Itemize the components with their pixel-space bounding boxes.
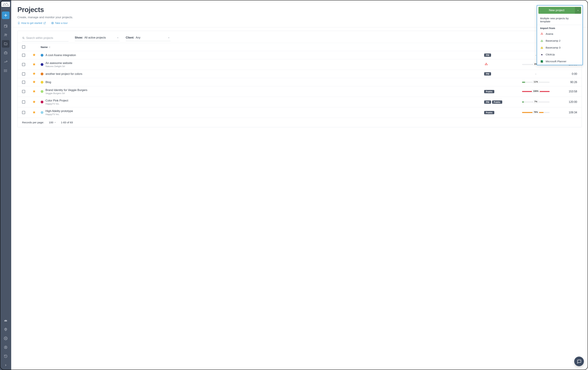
filter-client-value: Any — [136, 36, 141, 39]
row-checkbox[interactable] — [22, 100, 25, 104]
project-row[interactable]: Brand Identity for Veggie BurgersVeggie … — [18, 86, 582, 97]
import-source-asana[interactable]: Asana — [537, 30, 582, 37]
search-field[interactable] — [22, 36, 69, 41]
svg-point-38 — [485, 64, 486, 65]
project-color-dot — [41, 101, 43, 103]
svg-point-29 — [541, 34, 542, 35]
new-project-dropdown: New project Multiple new projects by tem… — [537, 5, 583, 65]
filter-show[interactable]: Show: All active projects — [75, 36, 119, 41]
sidebar-briefcase[interactable] — [2, 49, 10, 57]
svg-point-19 — [5, 338, 6, 339]
import-source-basecamp2[interactable]: Basecamp 2 — [537, 37, 582, 44]
project-name: another test project for colors — [45, 72, 82, 76]
multi-template-label: Multiple new projects by template — [540, 17, 579, 23]
star-toggle[interactable] — [32, 100, 36, 104]
import-source-label: Microsoft Planner — [546, 60, 567, 63]
row-checkbox[interactable] — [22, 63, 25, 66]
import-source-basecamp3[interactable]: Basecamp 3 — [537, 44, 582, 51]
chat-button[interactable] — [574, 357, 584, 366]
sidebar-apps[interactable] — [2, 326, 10, 333]
sidebar-account[interactable] — [2, 343, 10, 351]
filter-show-value: All active projects — [84, 36, 106, 39]
svg-line-36 — [24, 38, 24, 39]
new-project-button[interactable]: New project — [538, 7, 581, 14]
svg-point-14 — [4, 70, 4, 70]
time-value: 120:00 — [556, 100, 577, 104]
search-input[interactable] — [26, 37, 69, 40]
page-subtitle: Create, manage and monitor your projects… — [17, 16, 582, 19]
sidebar-collapse[interactable] — [2, 361, 10, 369]
project-color-dot — [41, 73, 43, 75]
take-tour-label: Take a tour — [55, 21, 68, 24]
project-name: High-fidelity prototype — [45, 110, 73, 113]
label-pill: PM — [484, 100, 491, 104]
row-checkbox[interactable] — [22, 72, 25, 76]
sidebar-crown[interactable] — [2, 317, 10, 324]
filter-client-label: Client: — [126, 36, 134, 39]
project-name: An awesome website — [45, 61, 72, 65]
new-project-toggle[interactable] — [575, 7, 581, 14]
project-row[interactable]: An awesome websiteNatures Delight Srl0%2… — [18, 59, 582, 70]
app-logo[interactable] — [1, 2, 10, 7]
client-name: HappyTV Inc. — [45, 113, 73, 116]
star-toggle[interactable] — [32, 90, 36, 94]
sidebar-team[interactable] — [2, 31, 10, 39]
client-name: HappyTV Inc. — [45, 102, 68, 105]
how-to-label: How to get started — [21, 21, 42, 24]
take-tour-link[interactable]: Take a tour — [51, 21, 68, 24]
svg-point-39 — [486, 64, 487, 65]
star-toggle[interactable] — [32, 110, 36, 115]
project-row[interactable]: Color Pink ProjectHappyTV Inc.PMPublic7%… — [18, 97, 582, 107]
sidebar-reports[interactable] — [2, 58, 10, 66]
star-toggle[interactable] — [32, 80, 36, 84]
import-source-label: Asana — [546, 32, 553, 35]
svg-rect-33 — [542, 60, 543, 61]
sidebar — [0, 0, 11, 370]
row-checkbox[interactable] — [22, 81, 25, 84]
how-to-get-started-link[interactable]: How to get started — [17, 21, 46, 24]
project-color-dot — [41, 90, 43, 93]
project-row[interactable]: another test project for colorsPM-0:00 — [18, 70, 582, 78]
budget-bar: 106% — [522, 91, 550, 92]
budget-bar: 78% — [522, 112, 550, 113]
import-source-clickup[interactable]: ClickUp — [537, 51, 582, 58]
project-color-dot — [41, 63, 43, 66]
project-row[interactable]: High-fidelity prototypeHappyTV Inc.Publi… — [18, 107, 582, 118]
project-color-dot — [41, 111, 43, 114]
time-value: 109:34 — [556, 111, 577, 114]
import-source-label: Basecamp 2 — [546, 39, 560, 42]
project-row[interactable]: Blog11%90:26 — [18, 78, 582, 86]
sidebar-calendar[interactable] — [2, 22, 10, 30]
bookmark-icon — [17, 22, 20, 24]
star-toggle[interactable] — [32, 63, 36, 67]
label-pill: PM — [484, 72, 491, 76]
sidebar-settings[interactable] — [2, 335, 10, 342]
star-toggle[interactable] — [32, 72, 36, 76]
projects-card: Show: All active projects Client: Any Na… — [17, 31, 582, 127]
column-name[interactable]: Name ↑ — [41, 46, 484, 49]
svg-point-21 — [5, 346, 6, 348]
project-name: Blog — [45, 80, 51, 84]
filter-client[interactable]: Client: Any — [126, 36, 170, 41]
project-row[interactable]: A cool Asana integrationPM-6:52 — [18, 51, 582, 59]
sidebar-add-button[interactable] — [2, 11, 10, 19]
row-checkbox[interactable] — [22, 111, 25, 114]
records-per-page-select[interactable]: 100 — [49, 121, 56, 124]
budget-percent: 78% — [532, 110, 539, 114]
menu-item-multi-template[interactable]: Multiple new projects by template — [537, 15, 582, 25]
select-all-checkbox[interactable] — [22, 45, 25, 49]
row-checkbox[interactable] — [22, 90, 25, 93]
records-range: 1-83 of 83 — [61, 121, 73, 124]
asana-icon — [540, 32, 544, 36]
star-toggle[interactable] — [32, 53, 36, 57]
main: Projects Create, manage and monitor your… — [11, 0, 588, 370]
import-source-msplanner[interactable]: Microsoft Planner — [537, 58, 582, 65]
client-name: Natures Delight Srl — [45, 65, 72, 68]
row-checkbox[interactable] — [22, 54, 25, 57]
svg-point-23 — [52, 22, 53, 23]
sidebar-history[interactable] — [2, 352, 10, 360]
new-project-label: New project — [538, 7, 575, 14]
project-color-dot — [41, 81, 43, 84]
sidebar-projects[interactable] — [2, 40, 10, 48]
sidebar-list[interactable] — [2, 67, 10, 74]
